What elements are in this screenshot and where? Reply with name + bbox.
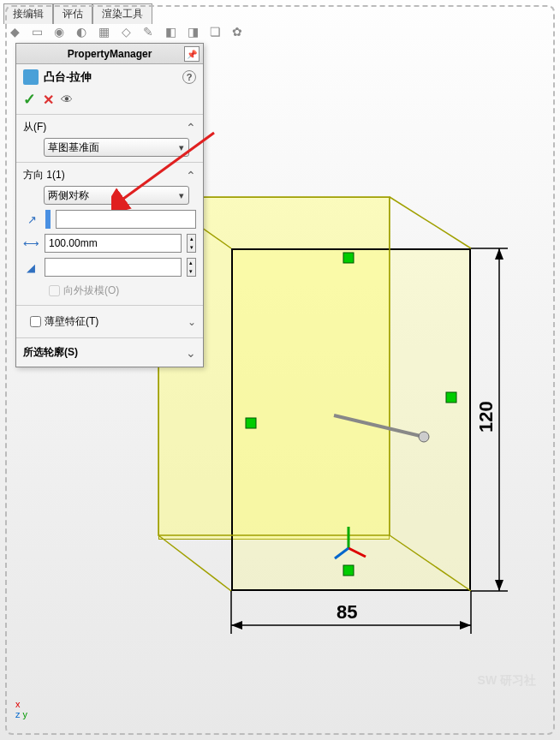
toolbar: ◆ ▭ ◉ ◐ ▦ ◇ ✎ ◧ ◨ ❏ ✿ (5, 22, 247, 41)
tool-icon-6[interactable]: ◇ (116, 22, 135, 41)
svg-rect-8 (343, 565, 354, 576)
section-from: 从(F) ⌃ 草图基准面 (16, 114, 203, 162)
depth-icon: ⟷ (23, 235, 39, 252)
caret-icon: ⌄ (186, 346, 196, 360)
tool-icon-1[interactable]: ◆ (5, 22, 24, 41)
draft-icon[interactable]: ◢ (23, 259, 39, 276)
draft-outward-checkbox (49, 285, 60, 296)
svg-rect-7 (446, 392, 456, 403)
svg-marker-22 (495, 248, 503, 260)
tab-render-tools[interactable]: 渲染工具 (92, 3, 152, 24)
panel-header: PropertyManager 📌 (16, 44, 203, 64)
section-thin: 薄壁特征(T) ⌄ (16, 305, 203, 337)
extrude-preview: 85 120 (150, 188, 518, 634)
direction-selection-field[interactable] (56, 210, 196, 229)
axis-z: z (15, 709, 21, 719)
tool-icon-9[interactable]: ◨ (183, 22, 202, 41)
tab-evaluate[interactable]: 评估 (53, 3, 92, 24)
dim-width: 85 (337, 601, 357, 623)
svg-point-10 (419, 432, 429, 442)
depth-row: ⟷ ▴▾ (23, 234, 196, 253)
cancel-button[interactable]: ✕ (43, 92, 54, 108)
tool-icon-4[interactable]: ◐ (72, 22, 91, 41)
svg-line-3 (390, 535, 471, 591)
pin-icon[interactable]: 📌 (184, 46, 200, 62)
property-manager-panel: PropertyManager 📌 凸台-拉伸 ? ✓ ✕ 👁 从(F) ⌃ 草… (15, 43, 204, 367)
tool-icon-2[interactable]: ▭ (27, 22, 46, 41)
view-triad: x z y (15, 699, 27, 719)
caret-icon: ⌄ (188, 316, 196, 328)
axis-y: y (23, 709, 28, 719)
draft-row: ◢ ▴▾ (23, 258, 196, 277)
end-condition-dropdown[interactable]: 两侧对称 (44, 186, 189, 205)
section-contours[interactable]: 所选轮廓(S) ⌄ (16, 337, 203, 367)
direction1-label: 方向 1(1) (23, 168, 65, 182)
section-from-header[interactable]: 从(F) ⌃ (23, 120, 196, 134)
tool-icon-8[interactable]: ◧ (161, 22, 180, 41)
caret-icon: ⌃ (186, 169, 196, 182)
depth-input[interactable] (45, 234, 182, 253)
panel-title: PropertyManager (68, 48, 152, 60)
draft-outward-row: 向外拔模(O) (23, 282, 196, 300)
svg-marker-23 (495, 580, 503, 591)
feature-name: 凸台-拉伸 (44, 69, 92, 85)
svg-rect-5 (343, 253, 354, 263)
svg-line-12 (349, 548, 366, 557)
thin-feature-row[interactable]: 薄壁特征(T) ⌄ (23, 313, 196, 331)
extrude-feature-icon (23, 69, 39, 85)
section-direction1-header[interactable]: 方向 1(1) ⌃ (23, 168, 196, 182)
draft-spinner[interactable]: ▴▾ (187, 258, 196, 277)
tool-icon-7[interactable]: ✎ (139, 22, 158, 41)
from-label: 从(F) (23, 120, 46, 134)
watermark: SW 研习社 (478, 673, 536, 689)
tool-icon-3[interactable]: ◉ (50, 22, 69, 41)
from-value: 草图基准面 (48, 140, 99, 155)
svg-line-13 (335, 548, 349, 558)
tool-icon-11[interactable]: ✿ (228, 22, 247, 41)
svg-marker-17 (231, 621, 242, 630)
selection-highlight (45, 210, 51, 229)
svg-rect-6 (246, 418, 256, 428)
tab-direct-edit[interactable]: 接编辑 (3, 3, 53, 24)
feature-title-row: 凸台-拉伸 ? (16, 64, 203, 90)
svg-line-9 (334, 415, 424, 437)
help-icon[interactable]: ? (182, 70, 196, 84)
ok-button[interactable]: ✓ (23, 90, 36, 109)
section-direction1: 方向 1(1) ⌃ 两侧对称 ↗ ⟷ ▴▾ ◢ ▴▾ 向外拔模(O) (16, 162, 203, 305)
contours-label: 所选轮廓(S) (23, 345, 78, 360)
preview-icon[interactable]: 👁 (61, 92, 73, 106)
box-edges: 85 120 (150, 188, 518, 634)
from-dropdown[interactable]: 草图基准面 (44, 138, 189, 157)
tool-icon-5[interactable]: ▦ (94, 22, 113, 41)
svg-line-2 (390, 197, 471, 248)
command-tabs: 接编辑 评估 渲染工具 (3, 3, 152, 24)
depth-spinner[interactable]: ▴▾ (187, 234, 196, 253)
reverse-direction-icon[interactable]: ↗ (23, 211, 40, 228)
tool-icon-10[interactable]: ❏ (206, 22, 224, 41)
thin-feature-checkbox[interactable] (30, 316, 41, 327)
draft-input[interactable] (45, 258, 182, 277)
axis-x: x (15, 699, 21, 709)
svg-marker-18 (460, 621, 471, 630)
reverse-direction-row: ↗ (23, 210, 196, 229)
thin-feature-label: 薄壁特征(T) (45, 314, 98, 329)
caret-icon: ⌃ (186, 121, 196, 134)
svg-line-4 (158, 535, 231, 591)
dim-height: 120 (475, 401, 497, 433)
draft-outward-label: 向外拔模(O) (63, 283, 119, 298)
action-row: ✓ ✕ 👁 (16, 90, 203, 114)
end-condition-value: 两侧对称 (48, 188, 89, 203)
